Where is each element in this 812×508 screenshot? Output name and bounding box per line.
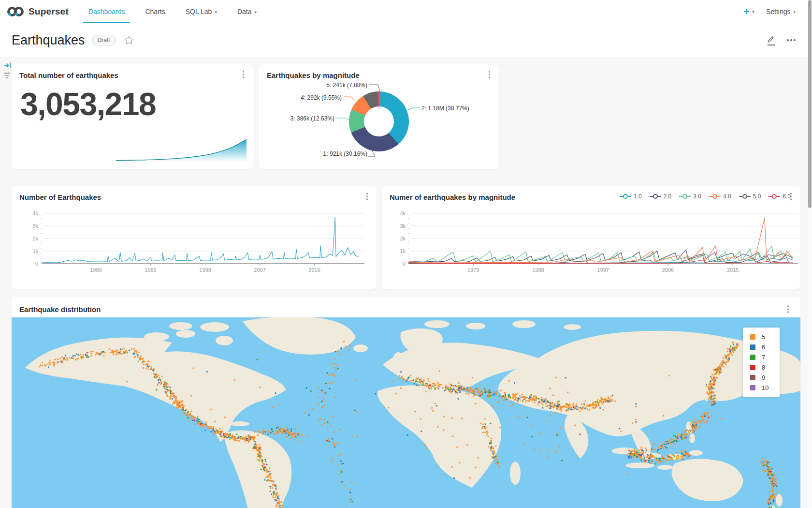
- svg-text:1998: 1998: [199, 267, 211, 273]
- map-legend: 5678910: [743, 328, 780, 397]
- time-series-chart[interactable]: 01k2k3k4k19801989199820072016: [12, 186, 377, 289]
- svg-text:1989: 1989: [145, 267, 156, 273]
- expand-filter-bar-button[interactable]: [4, 62, 11, 71]
- chart-kebab-menu-icon[interactable]: [787, 305, 789, 313]
- legend-item-1.0[interactable]: 1.0: [620, 193, 642, 200]
- nav-menu: Dashboards Charts SQL Lab▾ Data▾: [78, 0, 267, 23]
- svg-text:3k: 3k: [32, 223, 38, 229]
- page-title: Earthquakes: [12, 33, 85, 48]
- svg-text:1980: 1980: [90, 267, 102, 273]
- card-earthquakes-by-magnitude: Earthquakes by magnitude 2: 1.18M (38.77…: [259, 64, 499, 169]
- card-title: Numer of earthquakes by magnitude: [390, 193, 515, 201]
- edit-dashboard-button[interactable]: [767, 35, 775, 45]
- card-title: Earthquakes by magnitude: [267, 71, 360, 79]
- nav-item-sql-lab[interactable]: SQL Lab▾: [175, 0, 227, 23]
- world-map[interactable]: [12, 317, 800, 508]
- chart-kebab-menu-icon[interactable]: [489, 71, 491, 78]
- chevron-down-icon: ▾: [255, 10, 257, 15]
- map-legend-item-10: 10: [750, 384, 780, 391]
- plus-icon: +: [744, 7, 750, 16]
- map-legend-item-5: 5: [750, 333, 780, 341]
- page-scrollbar[interactable]: [808, 0, 812, 508]
- status-badge: Draft: [92, 35, 116, 45]
- brand-name: Superset: [29, 6, 69, 17]
- superset-infinity-icon: [7, 6, 24, 17]
- card-title: Earthquake distribution: [19, 305, 101, 314]
- donut-label: 2: 1.18M (38.77%): [421, 105, 469, 112]
- donut-label: 3: 386k (12.63%): [290, 115, 334, 122]
- svg-text:1k: 1k: [400, 248, 406, 254]
- dashboard-grid: Total number of earthquakes 3,053,218 Ea…: [0, 57, 812, 508]
- map-legend-item-9: 9: [750, 374, 780, 381]
- legend-item-4.0[interactable]: 4.0: [709, 193, 731, 200]
- dashboard-header: Earthquakes Draft: [0, 23, 812, 57]
- svg-text:2006: 2006: [662, 267, 674, 273]
- svg-text:4k: 4k: [32, 210, 38, 216]
- legend-item-3.0[interactable]: 3.0: [679, 193, 701, 200]
- card-number-of-earthquakes-by-magnitude: Numer of earthquakes by magnitude 1.02.0…: [382, 186, 800, 289]
- navbar-right: + ▾ Settings ▾: [744, 7, 812, 16]
- navbar: Superset Dashboards Charts SQL Lab▾ Data…: [0, 0, 812, 23]
- header-actions: [767, 35, 796, 45]
- svg-text:0: 0: [35, 261, 38, 267]
- card-number-of-earthquakes: Number of Earthquakes 01k2k3k4k198019891…: [12, 186, 377, 289]
- donut-label: 5: 241k (7.88%): [326, 82, 367, 89]
- nav-item-data[interactable]: Data▾: [227, 0, 267, 23]
- chevron-down-icon: ▾: [215, 10, 217, 15]
- big-number-value: 3,053,218: [20, 86, 156, 122]
- pencil-icon: [767, 35, 775, 44]
- card-earthquake-distribution: Earthquake distribution: [12, 297, 800, 508]
- filters-icon[interactable]: [4, 73, 10, 78]
- chevron-down-icon: ▾: [752, 10, 754, 14]
- chart-legend: 1.02.03.04.05.06.0: [620, 193, 791, 200]
- scrollbar-thumb[interactable]: [808, 0, 812, 208]
- svg-text:2015: 2015: [727, 267, 739, 273]
- chart-kebab-menu-icon[interactable]: [366, 193, 368, 200]
- legend-item-6.0[interactable]: 6.0: [768, 193, 791, 200]
- more-actions-ellipsis-icon[interactable]: [787, 39, 796, 41]
- donut-label: 1: 921k (30.16%): [323, 150, 367, 157]
- svg-text:2007: 2007: [254, 267, 265, 273]
- chart-kebab-menu-icon[interactable]: [243, 71, 245, 78]
- superset-logo[interactable]: Superset: [0, 6, 78, 17]
- chevron-down-icon: ▾: [793, 10, 796, 15]
- svg-text:1k: 1k: [32, 248, 38, 254]
- map-legend-item-7: 7: [750, 354, 780, 361]
- svg-text:1988: 1988: [532, 267, 544, 273]
- card-total-number-of-earthquakes: Total number of earthquakes 3,053,218: [12, 64, 253, 169]
- time-series-chart[interactable]: 01k2k3k4k19791988199720062015: [382, 186, 800, 289]
- nav-item-dashboards[interactable]: Dashboards: [78, 0, 135, 23]
- svg-text:4k: 4k: [400, 210, 406, 216]
- card-title: Total number of earthquakes: [19, 71, 118, 79]
- donut-label: 4: 292k (9.55%): [301, 94, 342, 101]
- svg-text:2k: 2k: [400, 236, 406, 241]
- arrow-right-to-bar-icon: [4, 62, 11, 69]
- nav-item-charts[interactable]: Charts: [135, 0, 175, 23]
- svg-text:1997: 1997: [597, 267, 609, 273]
- map-legend-item-6: 6: [750, 344, 780, 351]
- svg-text:2016: 2016: [308, 267, 320, 273]
- card-title: Number of Earthquakes: [19, 193, 101, 201]
- donut-chart[interactable]: [349, 91, 409, 151]
- chart-kebab-menu-icon[interactable]: [790, 193, 792, 200]
- svg-text:3k: 3k: [400, 223, 406, 229]
- favorite-star-icon[interactable]: [124, 35, 134, 45]
- svg-text:0: 0: [403, 261, 406, 267]
- legend-item-5.0[interactable]: 5.0: [739, 193, 761, 200]
- svg-text:2k: 2k: [32, 236, 38, 241]
- map-legend-item-8: 8: [750, 364, 780, 371]
- legend-item-2.0[interactable]: 2.0: [650, 193, 672, 200]
- settings-menu[interactable]: Settings ▾: [766, 8, 796, 15]
- new-item-button[interactable]: + ▾: [744, 7, 754, 16]
- svg-text:1979: 1979: [467, 267, 479, 273]
